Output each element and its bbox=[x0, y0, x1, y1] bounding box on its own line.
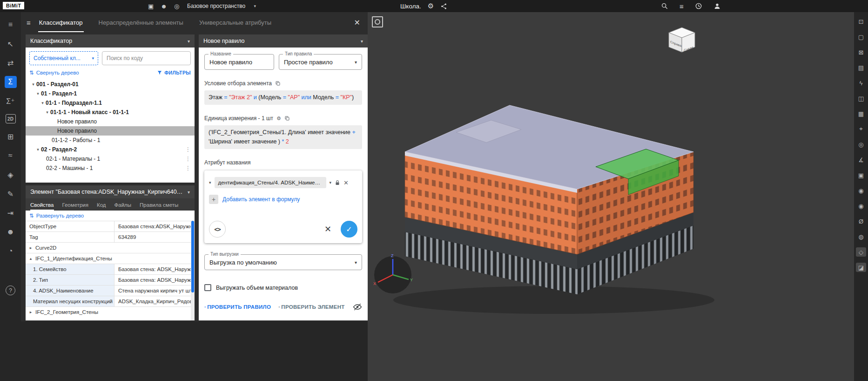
relations-icon[interactable]: ⇄ bbox=[5, 57, 17, 69]
condition-formula[interactable]: Этаж = "Этаж 2" и (Модель = "АР" или Мод… bbox=[204, 90, 362, 105]
tree-item[interactable]: Новое правило bbox=[26, 117, 195, 126]
attribute-chip[interactable]: дентификация_Стены/4. ADSK_Наименование bbox=[215, 177, 326, 188]
tree-item-selected[interactable]: Новое правило bbox=[26, 126, 195, 136]
code-view-button[interactable]: <> bbox=[209, 221, 226, 238]
select-cursor-icon[interactable]: ↖ bbox=[5, 38, 17, 50]
eye-icon[interactable]: ◉ bbox=[856, 201, 866, 211]
lock-icon[interactable] bbox=[335, 180, 340, 186]
chevron-up-icon[interactable]: ▴ bbox=[28, 256, 33, 261]
classifier-add-icon[interactable]: Σ⁺ bbox=[5, 95, 17, 107]
more-menu-icon[interactable]: ⋮ bbox=[185, 165, 191, 171]
table-group-row[interactable]: ▸IFC_2_Геометрия_Стены bbox=[26, 306, 191, 317]
view-cube[interactable]: Справа Сзади bbox=[663, 24, 700, 55]
history-clock-icon[interactable] bbox=[695, 2, 702, 10]
expand-tree-link[interactable]: ⇅ Развернуть дерево bbox=[29, 212, 84, 219]
classifier-type-dropdown[interactable]: Собственный кл... ▾ bbox=[29, 51, 98, 65]
tab-universal-attributes[interactable]: Универсальные атрибуты bbox=[198, 13, 272, 32]
add-element-link[interactable]: Добавить элемент в формулу bbox=[222, 196, 300, 203]
tab-code[interactable]: Код bbox=[97, 202, 106, 211]
collapse-tree-link[interactable]: ⇅ Свернуть дерево bbox=[29, 69, 79, 76]
rule-type-select[interactable]: Тип правила Простое правило ▾ bbox=[279, 54, 362, 70]
chevron-right-icon[interactable]: ▸ bbox=[28, 310, 33, 314]
selection-box-icon[interactable] bbox=[372, 16, 383, 27]
tree-item[interactable]: ▾001 - Раздел-01 bbox=[26, 80, 195, 89]
target-icon[interactable]: ⌖ bbox=[856, 124, 866, 134]
rule-header[interactable]: Новое правило ▾ bbox=[199, 34, 368, 48]
section-cube-icon[interactable]: ◪ bbox=[856, 263, 866, 272]
tab-properties[interactable]: Свойства bbox=[30, 202, 54, 211]
measure-icon[interactable]: ∡ bbox=[856, 155, 866, 164]
grid-icon[interactable]: ▦ bbox=[856, 109, 866, 118]
edit-profile-icon[interactable]: ✎ bbox=[5, 188, 17, 200]
chevron-down-icon[interactable]: ▾ bbox=[209, 180, 211, 185]
chevron-down-icon[interactable]: ▾ bbox=[35, 91, 41, 96]
users-icon[interactable]: ☻ bbox=[5, 226, 17, 238]
export-icon[interactable]: ⇥ bbox=[5, 207, 17, 219]
more-menu-icon[interactable]: ⋮ bbox=[185, 146, 191, 153]
chevron-down-icon[interactable]: ▾ bbox=[330, 180, 332, 185]
tab-estimate-rules[interactable]: Правила сметы bbox=[140, 202, 178, 211]
scrollbar-thumb[interactable] bbox=[191, 221, 194, 293]
display-icon[interactable]: ▢ bbox=[856, 32, 866, 41]
chevron-down-icon[interactable]: ▾ bbox=[30, 82, 36, 87]
user-account-icon[interactable] bbox=[713, 2, 721, 10]
rule-name-input[interactable]: Название Новое правило bbox=[204, 54, 274, 70]
table-group-row[interactable]: ▸Curve2D bbox=[26, 242, 191, 253]
more-menu-icon[interactable]: ⋮ bbox=[185, 156, 191, 162]
panel-menu-icon[interactable]: ≡ bbox=[27, 19, 31, 27]
workspace-dropdown[interactable]: Базовое пространство ▾ bbox=[187, 0, 256, 12]
scrollbar-track[interactable] bbox=[191, 221, 195, 320]
app-logo[interactable]: BiMiT bbox=[3, 2, 24, 9]
tab-unallocated-elements[interactable]: Нераспределённые элементы bbox=[98, 13, 184, 32]
storage-icon[interactable]: ▣ bbox=[148, 3, 154, 10]
plugins-icon[interactable]: ◈ bbox=[5, 169, 17, 181]
point-icon[interactable]: ◉ bbox=[856, 186, 866, 195]
check-rule-button[interactable]: ·ПРОВЕРИТЬ ПРАВИЛО bbox=[204, 304, 271, 310]
filters-button[interactable]: ФИЛЬТРЫ bbox=[157, 70, 191, 75]
classifier-icon[interactable]: Σ bbox=[5, 76, 17, 88]
plus-icon[interactable]: + bbox=[209, 195, 218, 204]
tree-item[interactable]: 02-2 - Машины - 1⋮ bbox=[26, 163, 195, 173]
team-icon[interactable]: ☻ bbox=[161, 3, 167, 10]
search-icon[interactable] bbox=[661, 2, 668, 10]
chevron-right-icon[interactable]: ▸ bbox=[28, 245, 33, 250]
orbit-icon[interactable]: ◎ bbox=[856, 140, 866, 149]
clip-plane-icon[interactable]: ◫ bbox=[856, 94, 866, 103]
classifier-header[interactable]: Классификатор ▾ bbox=[26, 34, 195, 48]
tab-files[interactable]: Файлы bbox=[114, 202, 132, 211]
materials-checkbox[interactable] bbox=[204, 284, 211, 291]
building-model[interactable] bbox=[368, 12, 854, 381]
settings-gear-icon[interactable]: ⚙ bbox=[428, 2, 434, 10]
table-row[interactable]: Материал несущих конструкцийADSK_Кладка_… bbox=[26, 296, 191, 306]
list-icon[interactable]: ≡ bbox=[680, 2, 684, 10]
model-tree-icon[interactable]: ≡ bbox=[5, 19, 17, 31]
base-icon[interactable]: ◎ bbox=[174, 3, 179, 10]
close-icon[interactable]: ✕ bbox=[354, 18, 360, 27]
ghost-cube-icon[interactable]: ◇ bbox=[856, 247, 866, 257]
visibility-icon[interactable]: ◍ bbox=[856, 232, 866, 241]
tree-item[interactable]: ▾01 - Раздел-1 bbox=[26, 89, 195, 98]
tab-classifier[interactable]: Классификатор bbox=[38, 13, 84, 32]
copy-icon[interactable] bbox=[284, 116, 290, 121]
analytics-icon[interactable]: ≈ bbox=[5, 150, 17, 162]
viewport-3d[interactable]: Справа Сзади Z X Y bbox=[368, 12, 854, 381]
table-group-row[interactable]: ▴IFC_1_Идентификация_Стены bbox=[26, 253, 191, 264]
confirm-formula-button[interactable]: ✓ bbox=[341, 221, 357, 238]
unit-formula[interactable]: ('IFC_2_Геометрия_Стены/1. Длина' имеет … bbox=[204, 125, 362, 149]
chevron-down-icon[interactable]: ▾ bbox=[35, 147, 41, 152]
frame-icon[interactable]: ▣ bbox=[856, 170, 866, 180]
fit-screen-icon[interactable]: ⊡ bbox=[856, 17, 866, 26]
gauge-icon[interactable]: ◔ bbox=[5, 245, 17, 257]
share-icon[interactable] bbox=[440, 3, 447, 10]
tree-item[interactable]: ▾01-1 - Подраздел-1.1 bbox=[26, 98, 195, 108]
remove-chip-icon[interactable]: ✕ bbox=[343, 179, 349, 186]
table-row[interactable]: 1. СемействоБазовая стена: ADSK_Наружная… bbox=[26, 264, 191, 274]
cancel-formula-button[interactable]: ✕ bbox=[324, 224, 331, 234]
eye-off-icon[interactable] bbox=[353, 302, 362, 312]
clash-icon[interactable]: ϟ bbox=[856, 78, 866, 88]
tree-item[interactable]: 01-1-2 - Работы - 1 bbox=[26, 136, 195, 145]
chevron-down-icon[interactable]: ▾ bbox=[44, 110, 50, 115]
check-element-button[interactable]: ·ПРОВЕРИТЬ ЭЛЕМЕНТ bbox=[278, 304, 344, 310]
gear-icon[interactable]: ⚙ bbox=[276, 116, 281, 122]
section-box-icon[interactable]: ⊠ bbox=[856, 48, 866, 57]
